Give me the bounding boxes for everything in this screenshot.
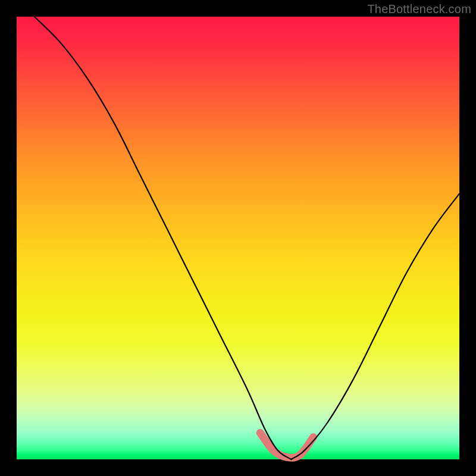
watermark-label: TheBottleneck.com <box>367 2 471 16</box>
bottleneck-curve-right <box>291 194 459 459</box>
plot-area <box>17 17 459 459</box>
curve-layer <box>17 17 459 459</box>
bottleneck-curve-left <box>35 17 292 459</box>
chart-frame: TheBottleneck.com <box>0 0 476 476</box>
